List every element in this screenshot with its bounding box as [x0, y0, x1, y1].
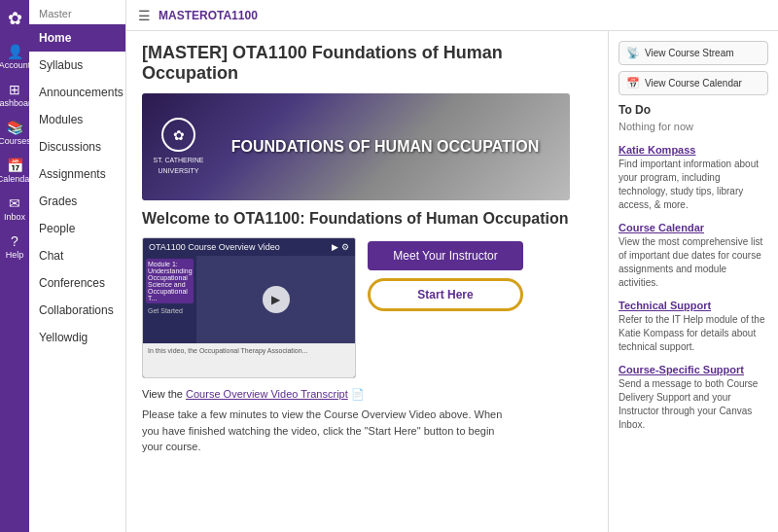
- hero-banner: ✿ ST. CATHERINE UNIVERSITY FOUNDATIONS O…: [142, 93, 570, 200]
- video-sidebar-item-2[interactable]: Get Started: [146, 305, 194, 316]
- calendar-icon: 📅: [7, 158, 23, 173]
- link-course-specific-support: Course-Specific Support Send a message t…: [619, 362, 768, 432]
- video-description: In this video, the Occupational Therapy …: [148, 347, 307, 354]
- sidebar-item-chat[interactable]: Chat: [29, 242, 125, 269]
- video-footer: In this video, the Occupational Therapy …: [143, 343, 355, 377]
- video-row: OTA1100 Course Overview Video ▶ ⚙ Module…: [142, 237, 592, 378]
- hamburger-icon[interactable]: ☰: [138, 8, 151, 23]
- nav-courses[interactable]: 📚 Courses: [0, 114, 29, 152]
- sidebar-navigation: Home Syllabus Announcements Modules Disc…: [29, 24, 125, 532]
- sidebar-item-conferences[interactable]: Conferences: [29, 269, 125, 297]
- help-icon: ?: [11, 233, 18, 249]
- main-content: [MASTER] OTA1100 Foundations of Human Oc…: [126, 31, 778, 532]
- sidebar-item-grades[interactable]: Grades: [29, 188, 125, 215]
- course-video-thumbnail[interactable]: OTA1100 Course Overview Video ▶ ⚙ Module…: [142, 237, 356, 378]
- courses-label: Courses: [0, 136, 31, 146]
- account-label: Account: [0, 60, 30, 70]
- page-title: [MASTER] OTA1100 Foundations of Human Oc…: [142, 43, 592, 84]
- view-course-calendar-button[interactable]: 📅 View Course Calendar: [619, 71, 768, 95]
- course-specific-support-desc: Send a message to both Course Delivery S…: [619, 377, 768, 432]
- course-calendar-link[interactable]: Course Calendar: [619, 222, 704, 233]
- todo-title: To Do: [619, 103, 768, 117]
- top-bar: ☰ MASTEROTA1100: [126, 0, 778, 31]
- sidebar-item-collaborations[interactable]: Collaborations: [29, 297, 125, 324]
- content-area: [MASTER] OTA1100 Foundations of Human Oc…: [126, 31, 608, 532]
- todo-section: To Do Nothing for now: [619, 103, 768, 132]
- video-sidebar-item-1[interactable]: Module 1: Understanding Occupational Sci…: [146, 259, 194, 303]
- video-controls-icon: ▶ ⚙: [332, 242, 349, 252]
- transcript-prefix: View the: [142, 388, 186, 400]
- sidebar-item-modules[interactable]: Modules: [29, 106, 125, 133]
- sidebar-item-yellowdig[interactable]: Yellowdig: [29, 324, 125, 351]
- technical-support-desc: Refer to the IT Help module of the Katie…: [619, 313, 768, 354]
- resource-links: Katie Kompass Find important information…: [619, 142, 768, 432]
- nav-account[interactable]: 👤 Account: [0, 38, 29, 76]
- sidebar-item-announcements[interactable]: Announcements: [29, 79, 125, 106]
- meet-instructor-button[interactable]: Meet Your Instructor: [368, 241, 523, 270]
- topbar-course-title: MASTEROTA1100: [159, 9, 258, 22]
- video-header: OTA1100 Course Overview Video ▶ ⚙: [143, 238, 355, 256]
- transcript-line: View the Course Overview Video Transcrip…: [142, 388, 592, 401]
- katie-kompass-link[interactable]: Katie Kompass: [619, 144, 695, 156]
- course-sidebar: Master Home Syllabus Announcements Modul…: [29, 0, 126, 532]
- logo-icon[interactable]: ✿: [0, 0, 29, 38]
- cal-icon: 📅: [626, 77, 640, 89]
- action-buttons: Meet Your Instructor Start Here: [368, 237, 523, 378]
- course-specific-support-link[interactable]: Course-Specific Support: [619, 364, 744, 375]
- link-technical-support: Technical Support Refer to the IT Help m…: [619, 298, 768, 354]
- video-play-area[interactable]: ▶: [196, 256, 355, 343]
- calendar-label: Calendar: [0, 174, 32, 184]
- katie-kompass-desc: Find important information about your pr…: [619, 158, 768, 212]
- todo-empty-message: Nothing for now: [619, 121, 768, 132]
- sidebar-item-assignments[interactable]: Assignments: [29, 160, 125, 188]
- sidebar-item-syllabus[interactable]: Syllabus: [29, 52, 125, 79]
- nav-dashboard[interactable]: ⊞ Dashboard: [0, 76, 29, 114]
- courses-icon: 📚: [7, 120, 23, 135]
- calendar-label: View Course Calendar: [645, 78, 742, 89]
- canvas-logo: ✿: [8, 8, 22, 29]
- nav-help[interactable]: ? Help: [0, 228, 29, 266]
- nav-calendar[interactable]: 📅 Calendar: [0, 152, 29, 190]
- university-name: ST. CATHERINE UNIVERSITY: [154, 157, 204, 174]
- icon-navigation: ✿ 👤 Account ⊞ Dashboard 📚 Courses 📅 Cale…: [0, 0, 29, 532]
- stream-icon: 📡: [626, 47, 640, 59]
- course-description: Please take a few minutes to view the Co…: [142, 407, 512, 455]
- sidebar-item-people[interactable]: People: [29, 215, 125, 242]
- logo-circle: ✿: [161, 118, 195, 152]
- video-title: OTA1100 Course Overview Video: [149, 242, 280, 252]
- hero-title-text: FOUNDATIONS OF HUMAN OCCUPATION: [231, 138, 539, 156]
- dashboard-icon: ⊞: [9, 82, 20, 97]
- stream-label: View Course Stream: [645, 48, 734, 58]
- right-sidebar: 📡 View Course Stream 📅 View Course Calen…: [608, 31, 778, 532]
- transcript-link[interactable]: Course Overview Video Transcript: [186, 388, 348, 400]
- welcome-heading: Welcome to OTA1100: Foundations of Human…: [142, 210, 592, 228]
- sidebar-item-discussions[interactable]: Discussions: [29, 133, 125, 160]
- main-wrapper: ☰ MASTEROTA1100 [MASTER] OTA1100 Foundat…: [126, 0, 778, 532]
- help-label: Help: [6, 250, 24, 260]
- sidebar-header: Master: [29, 0, 125, 24]
- video-sidebar-list: Module 1: Understanding Occupational Sci…: [143, 256, 196, 343]
- play-button[interactable]: ▶: [263, 286, 290, 313]
- view-course-stream-button[interactable]: 📡 View Course Stream: [619, 41, 768, 65]
- technical-support-link[interactable]: Technical Support: [619, 300, 711, 311]
- start-here-button[interactable]: Start Here: [368, 278, 523, 311]
- link-katie-kompass: Katie Kompass Find important information…: [619, 142, 768, 212]
- inbox-icon: ✉: [9, 195, 20, 211]
- course-calendar-desc: View the most comprehensive list of impo…: [619, 235, 768, 290]
- account-icon: 👤: [7, 44, 23, 59]
- link-course-calendar: Course Calendar View the most comprehens…: [619, 220, 768, 290]
- nav-inbox[interactable]: ✉ Inbox: [0, 190, 29, 228]
- sidebar-item-home[interactable]: Home: [29, 24, 125, 52]
- video-body-wrapper: Module 1: Understanding Occupational Sci…: [143, 256, 355, 343]
- inbox-label: Inbox: [4, 212, 25, 222]
- university-logo: ✿ ST. CATHERINE UNIVERSITY: [152, 118, 205, 176]
